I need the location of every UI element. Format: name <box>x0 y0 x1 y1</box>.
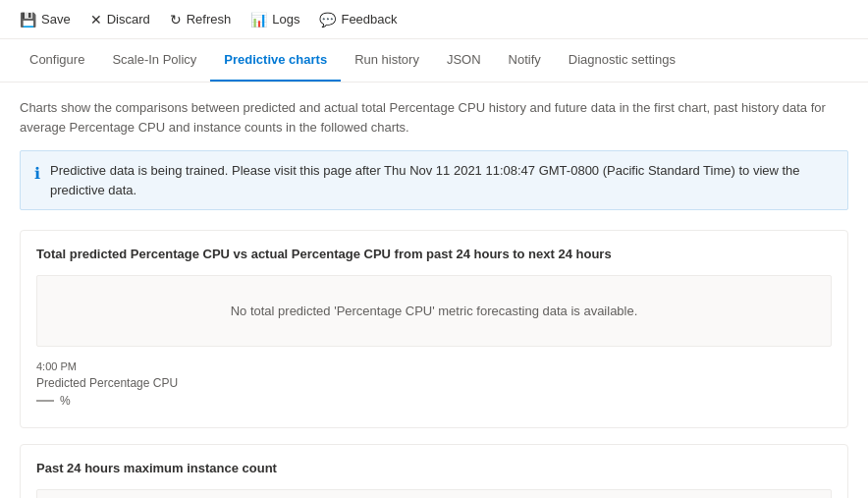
chart-2-placeholder: No instance count data is available. <box>36 489 832 498</box>
tab-run-history[interactable]: Run history <box>341 38 433 82</box>
discard-icon: ✕ <box>90 12 102 28</box>
chart-1-section: Total predicted Percentage CPU vs actual… <box>20 230 848 428</box>
legend-line-icon <box>36 400 54 402</box>
feedback-icon: 💬 <box>319 12 336 28</box>
chart-2-title: Past 24 hours maximum instance count <box>36 461 832 475</box>
refresh-button[interactable]: ↻ Refresh <box>162 8 240 31</box>
legend-label-text: Predicted Percentage CPU <box>36 376 178 390</box>
chart-1-legend-item: Predicted Percentage CPU <box>36 376 832 390</box>
discard-button[interactable]: ✕ Discard <box>82 8 158 31</box>
tab-notify[interactable]: Notify <box>495 38 555 82</box>
tab-configure[interactable]: Configure <box>16 38 98 82</box>
info-icon: ℹ <box>34 162 40 186</box>
chart-2-section: Past 24 hours maximum instance count No … <box>20 444 848 498</box>
toolbar: 💾 Save ✕ Discard ↻ Refresh 📊 Logs 💬 Feed… <box>0 0 868 39</box>
tab-strip: Configure Scale-In Policy Predictive cha… <box>0 39 868 83</box>
info-banner: ℹ Predictive data is being trained. Plea… <box>20 150 848 210</box>
tab-scale-in-policy[interactable]: Scale-In Policy <box>98 38 210 82</box>
chart-1-legend: 4:00 PM Predicted Percentage CPU % <box>36 357 832 412</box>
logs-icon: 📊 <box>250 12 267 28</box>
chart-1-legend-unit: % <box>36 394 832 408</box>
page-area: Configure Scale-In Policy Predictive cha… <box>0 39 868 498</box>
save-icon: 💾 <box>20 12 36 28</box>
tab-diagnostic-settings[interactable]: Diagnostic settings <box>555 38 689 82</box>
chart-1-placeholder: No total predicted 'Percentage CPU' metr… <box>36 275 832 347</box>
tab-predictive-charts[interactable]: Predictive charts <box>210 38 341 82</box>
page-description: Charts show the comparisons between pred… <box>20 98 848 137</box>
chart-1-title: Total predicted Percentage CPU vs actual… <box>36 247 832 261</box>
refresh-icon: ↻ <box>170 12 182 28</box>
content-area: Charts show the comparisons between pred… <box>0 83 868 498</box>
save-button[interactable]: 💾 Save <box>12 8 79 31</box>
legend-unit-text: % <box>60 394 71 408</box>
info-banner-text: Predictive data is being trained. Please… <box>50 161 834 199</box>
feedback-button[interactable]: 💬 Feedback <box>311 8 405 31</box>
chart-1-legend-time: 4:00 PM <box>36 360 832 372</box>
logs-button[interactable]: 📊 Logs <box>243 8 307 31</box>
tab-json[interactable]: JSON <box>433 38 495 82</box>
